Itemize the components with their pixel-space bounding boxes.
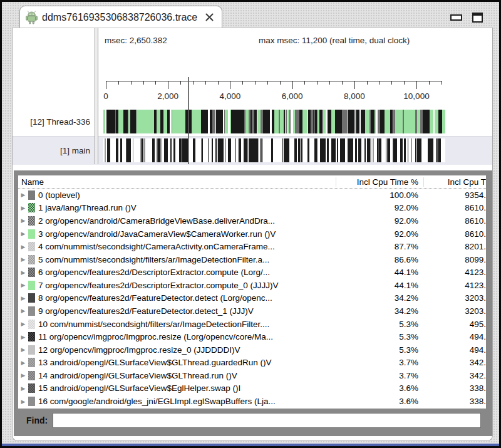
incl-cpu-time: 342. (423, 371, 486, 380)
incl-cpu-time: 4123. (423, 268, 486, 277)
method-color-chip (28, 216, 35, 226)
incl-cpu-time: 8201. (423, 242, 486, 251)
expander-icon[interactable]: ▶ (18, 295, 28, 301)
find-input[interactable] (53, 413, 481, 428)
expander-icon[interactable]: ▶ (18, 321, 28, 327)
thread-activity-barcode[interactable] (103, 138, 445, 162)
method-name: 4 com/nummist/secondsight/CameraActivity… (38, 242, 331, 251)
table-header: Name Incl Cpu Time % Incl Cpu T (18, 175, 486, 189)
method-color-chip (28, 281, 35, 290)
table-row[interactable]: ▶15 android/opengl/GLSurfaceView$EglHelp… (18, 382, 486, 395)
table-row[interactable]: ▶9 org/opencv/features2d/FeatureDetector… (18, 305, 486, 318)
expander-icon[interactable]: ▶ (18, 360, 28, 366)
column-header-incl-cpu-pct[interactable]: Incl Cpu Time % (336, 177, 423, 187)
incl-cpu-pct: 87.7% (331, 242, 423, 251)
method-name: 10 com/nummist/secondsight/filters/ar/Im… (38, 320, 331, 329)
method-name: 3 org/opencv/android/JavaCameraView$Came… (38, 229, 331, 239)
method-name: 0 (toplevel) (38, 190, 331, 200)
method-name: 12 org/opencv/imgproc/Imgproc.resize_0 (… (38, 345, 331, 355)
window-controls (450, 13, 483, 23)
ruler-tick-label: 2,000 (157, 91, 178, 101)
table-row[interactable]: ▶4 com/nummist/secondsight/CameraActivit… (18, 240, 486, 253)
incl-cpu-pct: 92.0% (331, 229, 423, 239)
find-label: Find: (26, 415, 48, 425)
thread-activity-barcode[interactable] (103, 110, 445, 133)
method-color-chip (28, 371, 35, 380)
method-name: 15 android/opengl/GLSurfaceView$EglHelpe… (38, 383, 331, 393)
ruler-tick-label: 0 (103, 91, 108, 101)
method-name: 1 java/lang/Thread.run ()V (38, 203, 331, 212)
table-row[interactable]: ▶7 org/opencv/features2d/DescriptorExtra… (18, 279, 486, 292)
table-row[interactable]: ▶2 org/opencv/android/CameraBridgeViewBa… (18, 214, 486, 227)
table-row[interactable]: ▶12 org/opencv/imgproc/Imgproc.resize_0 … (18, 343, 486, 357)
thread-row-336[interactable]: [12] Thread-336 (13, 108, 492, 137)
method-color-chip (28, 383, 35, 393)
method-name: 6 org/opencv/features2d/DescriptorExtrac… (38, 268, 331, 277)
incl-cpu-pct: 3.6% (331, 383, 423, 393)
expander-icon[interactable]: ▶ (18, 205, 28, 211)
incl-cpu-pct: 44.1% (331, 268, 423, 277)
method-color-chip (28, 397, 35, 406)
incl-cpu-time: 338. (423, 397, 486, 406)
method-color-chip (28, 306, 35, 316)
incl-cpu-time: 495. (423, 320, 486, 329)
table-rows: ▶0 (toplevel)100.0%9354.▶1 java/lang/Thr… (18, 189, 486, 408)
incl-cpu-pct: 86.6% (331, 255, 423, 264)
timeline-cursor[interactable] (188, 77, 189, 164)
expander-icon[interactable]: ▶ (18, 308, 28, 314)
incl-cpu-time: 3203. (423, 293, 486, 303)
expander-icon[interactable]: ▶ (18, 192, 28, 198)
expander-icon[interactable]: ▶ (18, 269, 28, 276)
table-row[interactable]: ▶0 (toplevel)100.0%9354. (18, 189, 486, 202)
table-row[interactable]: ▶5 com/nummist/secondsight/filters/ar/Im… (18, 253, 486, 266)
table-row[interactable]: ▶13 android/opengl/GLSurfaceView$GLThrea… (18, 357, 486, 370)
method-name: 8 org/opencv/features2d/FeatureDetector.… (38, 293, 331, 303)
table-row[interactable]: ▶8 org/opencv/features2d/FeatureDetector… (18, 292, 486, 305)
expander-icon[interactable]: ▶ (18, 244, 28, 250)
msec-ruler: 02,0004,0006,0008,00010,000 (13, 81, 492, 107)
column-header-name[interactable]: Name (18, 177, 336, 187)
method-color-chip (28, 242, 35, 251)
expander-icon[interactable]: ▶ (18, 217, 28, 224)
table-row[interactable]: ▶16 com/google/android/gles_jni/EGLImpl.… (18, 395, 486, 408)
method-color-chip (28, 255, 35, 264)
expander-icon[interactable]: ▶ (18, 231, 28, 237)
incl-cpu-pct: 5.3% (331, 345, 423, 355)
cursor-msec-readout: msec: 2,650.382 (105, 36, 167, 45)
expander-icon[interactable]: ▶ (18, 346, 28, 353)
incl-cpu-time: 4123. (423, 281, 486, 290)
incl-cpu-time: 8610. (423, 229, 486, 239)
incl-cpu-pct: 44.1% (331, 281, 423, 290)
label-timeline-sash[interactable] (95, 28, 98, 164)
thread-row-main[interactable]: [1] main (13, 137, 492, 165)
incl-cpu-pct: 5.3% (331, 320, 423, 329)
method-color-chip (28, 320, 35, 329)
traceview-window: ddms7616935306838726036.trace msec: 2,65… (0, 0, 501, 448)
expander-icon[interactable]: ▶ (18, 334, 28, 340)
incl-cpu-pct: 3.6% (331, 397, 423, 406)
ruler-tick-label: 4,000 (219, 91, 240, 101)
table-row[interactable]: ▶3 org/opencv/android/JavaCameraView$Cam… (18, 227, 486, 241)
expander-icon[interactable]: ▶ (18, 282, 28, 288)
trace-tab[interactable]: ddms7616935306838726036.trace (19, 6, 222, 28)
table-row[interactable]: ▶10 com/nummist/secondsight/filters/ar/I… (18, 318, 486, 331)
expander-icon[interactable]: ▶ (18, 385, 28, 392)
table-row[interactable]: ▶6 org/opencv/features2d/DescriptorExtra… (18, 266, 486, 279)
table-row[interactable]: ▶11 org/opencv/imgproc/Imgproc.resize (L… (18, 330, 486, 343)
column-header-incl-cpu-time[interactable]: Incl Cpu T (423, 177, 486, 187)
max-msec-readout: max msec: 11,200 (real time, dual clock) (259, 36, 410, 45)
expander-icon[interactable]: ▶ (18, 256, 28, 263)
expander-icon[interactable]: ▶ (18, 372, 28, 378)
timeline-panel[interactable]: msec: 2,650.382 max msec: 11,200 (real t… (13, 28, 492, 164)
timeline-header: msec: 2,650.382 max msec: 11,200 (real t… (13, 28, 492, 108)
table-row[interactable]: ▶14 android/opengl/GLSurfaceView$GLThrea… (18, 369, 486, 382)
expander-icon[interactable]: ▶ (18, 399, 28, 405)
method-name: 2 org/opencv/android/CameraBridgeViewBas… (38, 216, 331, 226)
minimize-icon[interactable] (450, 14, 462, 21)
method-name: 14 android/opengl/GLSurfaceView$GLThread… (38, 371, 331, 380)
incl-cpu-time: 3203. (423, 306, 486, 316)
table-row[interactable]: ▶1 java/lang/Thread.run ()V92.0%8610. (18, 202, 486, 215)
maximize-icon[interactable] (472, 13, 483, 23)
incl-cpu-pct: 34.2% (331, 293, 423, 303)
close-icon[interactable] (205, 13, 214, 21)
